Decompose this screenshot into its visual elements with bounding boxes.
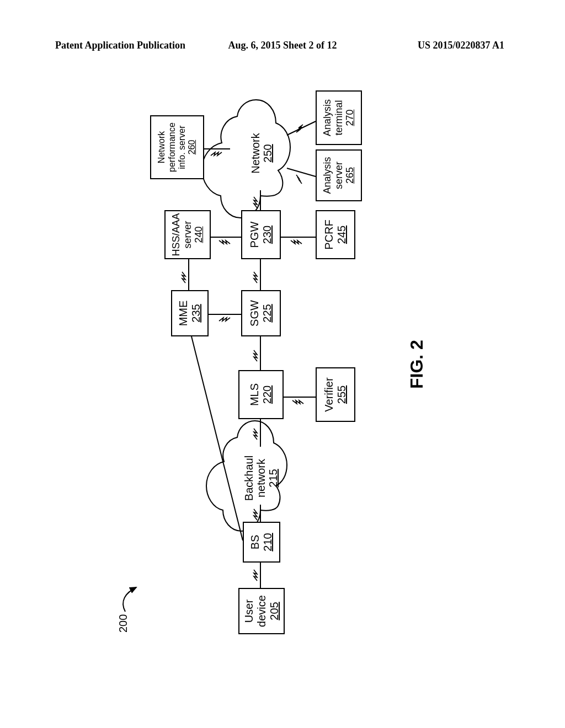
node-analysis-terminal: Analysis terminal 270 [316,90,362,145]
node-pgw: PGW 230 [241,210,281,259]
figure-label: FIG. 2 [407,340,427,389]
node-ref: 215 [267,469,279,487]
node-ref: 245 [335,226,348,244]
node-label: BS [249,535,262,550]
node-ref: 265 [344,167,356,184]
node-ref: 250 [262,144,274,162]
node-backhaul: Backhaul network 215 [243,451,279,506]
cloud-network [202,100,290,218]
node-user-device: User device 205 [238,588,285,634]
figure-rotated-container: 200 [95,69,470,648]
node-label: performance [167,122,177,172]
node-label: HSS/AAA [170,213,182,256]
node-label: Network [157,131,167,164]
node-label: User [243,599,255,623]
svg-line-14 [287,121,316,135]
node-sgw: SGW 225 [241,290,281,336]
node-ref: 230 [261,226,274,244]
node-label: Network [249,133,262,173]
node-ref: 205 [268,602,281,620]
node-ref: 225 [261,304,274,322]
node-label: MLS [248,383,261,406]
node-label: server [182,221,194,249]
svg-line-13 [287,168,316,176]
node-ref: 220 [261,386,274,404]
header-right: US 2015/0220837 A1 [418,40,504,51]
node-verifier: Verifier 255 [316,367,355,422]
node-label: device [255,595,268,627]
node-network: Network 250 [249,123,274,184]
node-ref: 235 [190,304,202,322]
node-ref: 270 [344,109,356,126]
node-pcrf: PCRF 245 [316,210,355,259]
node-hss: HSS/AAA server 240 [164,210,211,259]
figure-2: 200 [95,69,470,648]
node-label: terminal [333,100,345,135]
node-label: Analysis [322,157,333,194]
node-ref: 240 [193,226,205,243]
node-mls: MLS 220 [238,370,284,419]
node-mme: MME 235 [171,290,209,336]
header-center: Aug. 6, 2015 Sheet 2 of 12 [228,40,337,51]
node-perf-server: Network performance info. server 260 [150,115,204,179]
node-label: server [333,162,345,189]
node-label: network [255,459,267,497]
node-label: PGW [248,222,261,248]
node-label: Backhaul [243,456,255,501]
node-label: Verifier [323,377,335,411]
node-label: SGW [248,300,261,326]
node-bs: BS 210 [243,522,280,563]
node-ref: 255 [335,386,348,404]
node-analysis-server: Analysis server 265 [316,149,362,201]
node-ref: 260 [187,140,197,155]
node-label: Analysis [322,99,333,136]
node-label: info. server [177,125,187,169]
node-label: PCRF [323,220,335,249]
node-label: MME [177,301,190,326]
node-ref: 210 [262,533,274,551]
header-left: Patent Application Publication [55,40,185,51]
